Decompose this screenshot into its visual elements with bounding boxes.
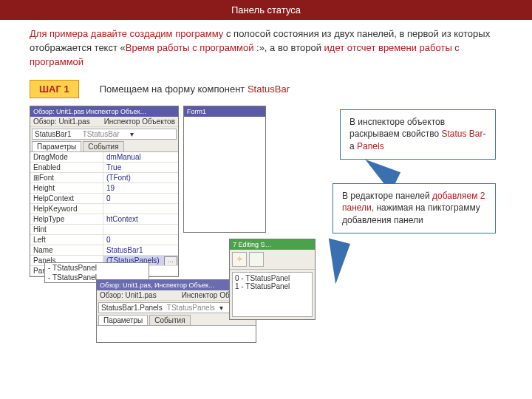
- toolbar-button[interactable]: [249, 252, 264, 267]
- callout-editor: В редакторе панелей добавляем 2 панели, …: [332, 183, 496, 233]
- object-selector[interactable]: StatusBar1 TStatusBar ▾: [32, 129, 177, 140]
- inspector-tabs: Параметры События: [32, 141, 177, 151]
- callout-inspector: В инспекторе объектов раскрываем свойств…: [340, 109, 496, 160]
- list-item[interactable]: 1 - TStatusPanel: [235, 282, 310, 290]
- add-panel-button[interactable]: ✧: [232, 252, 247, 267]
- property-row[interactable]: ⊞Font(TFont): [30, 173, 178, 183]
- property-row[interactable]: Height19: [30, 183, 178, 194]
- property-row[interactable]: DragModedmManual: [30, 152, 178, 163]
- tab-events[interactable]: События: [149, 315, 190, 325]
- crumb-row: Обзор: Unit1.pas Инспектор Объектов: [30, 117, 178, 127]
- add-icon: ✧: [236, 255, 242, 263]
- step-text: Помещаем на форму компонент StatusBar: [100, 83, 290, 95]
- step-row: ШАГ 1 Помещаем на форму компонент Status…: [30, 80, 532, 98]
- window-title: 7 Editing S…: [230, 239, 315, 250]
- form-surface[interactable]: [184, 117, 265, 232]
- page-title: Панель статуса: [0, 0, 532, 20]
- tab-params[interactable]: Параметры: [98, 315, 148, 325]
- property-grid: [97, 325, 256, 342]
- form-designer: Form1: [183, 106, 266, 233]
- editor-toolbar: ✧: [230, 250, 315, 270]
- window-title: Form1: [184, 106, 265, 117]
- property-row[interactable]: HelpKeyword: [30, 204, 178, 214]
- panels-list[interactable]: 0 - TStatusPanel 1 - TStatusPanel: [232, 272, 313, 317]
- callout-pointer-icon: [315, 236, 350, 284]
- panels-editor: 7 Editing S… ✧ 0 - TStatusPanel 1 - TSta…: [229, 239, 316, 320]
- intro-paragraph: Для примера давайте создадим программу с…: [0, 20, 532, 69]
- property-row[interactable]: EnabledTrue: [30, 163, 178, 173]
- property-row[interactable]: HelpContext0: [30, 194, 178, 204]
- property-grid: DragModedmManualEnabledTrue⊞Font(TFont)H…: [30, 151, 178, 276]
- step-badge: ШАГ 1: [30, 80, 79, 98]
- window-title: Обзор: Unit1.pas Инспектор Объек…: [30, 106, 178, 117]
- list-item[interactable]: - TStatusPanel: [45, 263, 149, 273]
- ellipsis-button[interactable]: …: [164, 256, 177, 265]
- chevron-down-icon[interactable]: ▾: [128, 130, 176, 138]
- list-item[interactable]: 0 - TStatusPanel: [235, 274, 310, 282]
- object-inspector-1: Обзор: Unit1.pas Инспектор Объек… Обзор:…: [30, 106, 179, 277]
- tab-params[interactable]: Параметры: [32, 141, 81, 151]
- tab-events[interactable]: События: [83, 141, 123, 151]
- property-row[interactable]: NameStatusBar1: [30, 245, 178, 256]
- property-row[interactable]: Left0: [30, 235, 178, 245]
- property-row[interactable]: HelpTypehtContext: [30, 214, 178, 225]
- property-row[interactable]: Hint: [30, 225, 178, 235]
